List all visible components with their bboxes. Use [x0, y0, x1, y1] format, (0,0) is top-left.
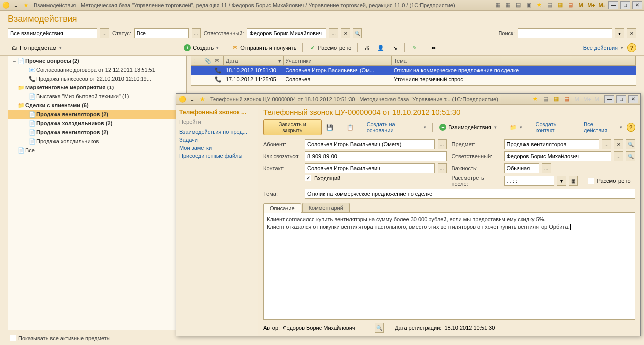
col-attach[interactable]: 📎: [202, 56, 213, 65]
favorite-icon[interactable]: ★: [198, 95, 206, 103]
theme-input[interactable]: Отклик на коммерческое предложение по сд…: [305, 189, 635, 199]
send-receive-button[interactable]: ✉ Отправить и получить: [228, 42, 299, 53]
search-clear[interactable]: ✕: [627, 28, 636, 38]
tab-comment[interactable]: Комментарий: [302, 203, 350, 212]
all-actions-button[interactable]: Все действия▾: [580, 42, 626, 53]
modal-all-actions[interactable]: Все действия▾: [581, 122, 625, 133]
edit-button[interactable]: ✎: [408, 42, 421, 53]
resp-input[interactable]: Федоров Борис Михайлович: [247, 28, 326, 38]
search-input[interactable]: [518, 28, 612, 38]
importance-picker[interactable]: ...: [542, 163, 551, 173]
user-button[interactable]: 👤: [374, 42, 387, 53]
close-button[interactable]: ✕: [632, 1, 642, 9]
tool-icon-3[interactable]: ▤: [514, 1, 523, 9]
grid-body[interactable]: 📞 18.10.2012 10:51:30 Соловьев Игорь Вас…: [191, 66, 636, 86]
filter-type-input[interactable]: Все взаимодействия: [8, 28, 97, 38]
review-after-input[interactable]: . . : :: [504, 176, 554, 186]
tool-icon[interactable]: ▤: [541, 95, 550, 103]
resp-input[interactable]: Федоров Борис Михайлович: [504, 151, 612, 161]
resp-search[interactable]: 🔍: [353, 28, 362, 38]
star-icon[interactable]: ★: [535, 1, 544, 9]
create-button[interactable]: + Создать▾: [181, 42, 222, 53]
status-picker[interactable]: ...: [192, 28, 201, 38]
maximize-button[interactable]: □: [620, 1, 630, 9]
col-subject[interactable]: Тема: [392, 56, 636, 65]
reviewed-button[interactable]: ✔ Рассмотрено: [306, 42, 354, 53]
calendar-icon[interactable]: ▤: [562, 95, 571, 103]
col-important[interactable]: !: [191, 56, 202, 65]
calendar-icon[interactable]: ▤: [566, 1, 575, 9]
tree-item[interactable]: – 📁 Сделки с клиентами (6): [8, 101, 186, 110]
create-based-button[interactable]: Создать на основании▾: [364, 122, 429, 133]
tree-item[interactable]: – 📄 Прочие вопросы (2): [8, 56, 186, 65]
subject-tree[interactable]: – 📄 Прочие вопросы (2) 📧 Согласование до…: [8, 56, 187, 330]
tab-description[interactable]: Описание: [263, 203, 301, 213]
refresh-button[interactable]: ⇔: [427, 42, 440, 53]
grid-row[interactable]: 📞 17.10.2012 11:25:05 Соловьев Уточнили …: [191, 75, 636, 84]
minimize-button[interactable]: —: [608, 1, 618, 9]
tree-item[interactable]: – 📁 Маркетинговые мероприятия (1): [8, 83, 186, 92]
abonent-picker[interactable]: ...: [438, 139, 447, 149]
contact-how-input[interactable]: 8-909-89-00: [305, 151, 447, 161]
calc-icon[interactable]: ▦: [552, 95, 561, 103]
tree-item[interactable]: 📄 Продажа вентиляторов (2): [8, 110, 186, 119]
predmet-input[interactable]: Продажа вентиляторов: [504, 139, 600, 149]
checkbox-box[interactable]: [10, 335, 16, 341]
tool-icon-4[interactable]: ▣: [524, 1, 533, 9]
create-contact-button[interactable]: Создать контакт: [533, 122, 578, 133]
author-input[interactable]: Федоров Борис Михайлович: [283, 325, 372, 331]
help-icon[interactable]: ?: [627, 123, 635, 132]
tree-item[interactable]: 📧 Согласование договора от 12.12.2011 13…: [8, 65, 186, 74]
interactions-button[interactable]: +Взаимодействия▾: [436, 122, 499, 133]
tool-icon-5[interactable]: ▤: [545, 1, 554, 9]
tool-icon-2[interactable]: ▦: [503, 1, 512, 9]
incoming-checkbox[interactable]: ✔: [305, 175, 311, 181]
col-participants[interactable]: Участники: [284, 56, 392, 65]
tree-item[interactable]: 📄 Продажа вентиляторов (2): [8, 128, 186, 137]
m-minus-button[interactable]: M-: [597, 1, 606, 9]
help-icon[interactable]: ?: [627, 43, 636, 52]
m-plus-button[interactable]: M+: [587, 1, 596, 9]
col-date[interactable]: Дата▾: [224, 56, 284, 65]
modal-maximize[interactable]: □: [616, 95, 626, 103]
tree-item[interactable]: 📞 Продажа пылесосов от 22.10.2010 12:10:…: [8, 74, 186, 83]
star-icon[interactable]: ★: [531, 95, 540, 103]
resp-clear[interactable]: ✕: [341, 28, 350, 38]
predmet-clear[interactable]: ✕: [614, 139, 623, 149]
review-dd[interactable]: ▾: [557, 176, 566, 186]
abonent-input[interactable]: Соловьев Игорь Васильевич (Омега): [305, 139, 435, 149]
tree-item[interactable]: 📄 Выставка "Мир бытовой техники" (1): [8, 92, 186, 101]
author-search[interactable]: 🔍: [375, 323, 384, 333]
dropdown-nav-icon[interactable]: ⌄: [188, 95, 196, 103]
contact-input[interactable]: Соловьев Игорь Васильевич: [305, 163, 435, 173]
description-textarea[interactable]: Клиент согласился купить вентиляторы на …: [263, 213, 635, 320]
tree-item[interactable]: 📄 Все: [8, 146, 186, 155]
importance-input[interactable]: Обычная: [504, 163, 539, 173]
dropdown-nav-icon[interactable]: ⌄: [12, 1, 20, 9]
folder-button[interactable]: 📁▾: [507, 122, 525, 133]
predmet-search[interactable]: 🔍: [626, 139, 635, 149]
show-active-checkbox[interactable]: Показывать все активные предметы: [10, 335, 111, 341]
resp-picker[interactable]: ...: [329, 28, 338, 38]
save-close-button[interactable]: Записать и закрыть: [263, 119, 322, 135]
print-button[interactable]: 🖨: [360, 42, 373, 53]
review-cal[interactable]: ▦: [569, 176, 578, 186]
status-input[interactable]: Все: [134, 28, 189, 38]
tree-toggle-icon[interactable]: –: [11, 85, 17, 90]
nav-link-interactions[interactable]: Взаимодействия по пред...: [179, 128, 255, 136]
nav-link-files[interactable]: Присоединенные файлы: [179, 152, 255, 160]
reg-input[interactable]: 18.10.2012 10:51:30: [444, 325, 509, 331]
col-type[interactable]: ✉: [213, 56, 224, 65]
tool-icon-1[interactable]: ▦: [493, 1, 502, 9]
predmet-picker[interactable]: ...: [602, 139, 611, 149]
reviewed-checkbox[interactable]: [588, 178, 594, 184]
nav-link-notes[interactable]: Мои заметки: [179, 144, 255, 152]
tree-item[interactable]: 📄 Продажа холодильников (2): [8, 119, 186, 128]
filter-type-picker[interactable]: ...: [100, 28, 109, 38]
grid-row[interactable]: 📞 18.10.2012 10:51:30 Соловьев Игорь Вас…: [191, 66, 636, 75]
copy-button[interactable]: 📋: [344, 122, 357, 133]
m-button[interactable]: M: [576, 1, 585, 9]
contact-picker[interactable]: ...: [438, 163, 447, 173]
resp-picker[interactable]: ...: [614, 151, 623, 161]
modal-minimize[interactable]: —: [604, 95, 614, 103]
